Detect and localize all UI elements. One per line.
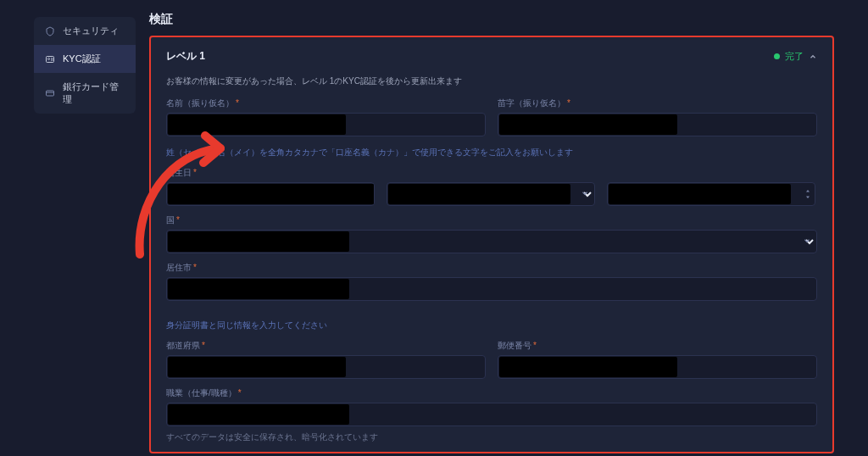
svg-rect-0 bbox=[47, 56, 54, 62]
field-birth-day bbox=[607, 182, 815, 206]
sidebar-item-label: KYC認証 bbox=[63, 53, 101, 65]
field-birth-year bbox=[166, 182, 375, 206]
label-prefecture: 都道府県* bbox=[166, 340, 486, 352]
card-icon bbox=[44, 87, 56, 99]
label-first-name: 名前（振り仮名）* bbox=[166, 97, 486, 109]
sidebar-item-security[interactable]: セキュリティ bbox=[34, 17, 136, 45]
field-last-name: 苗字（振り仮名）* bbox=[498, 97, 817, 136]
name-hint: 姓（セイ）と名（メイ）を全角カタカナで「口座名義（カナ）」で使用できる文字をご記… bbox=[166, 147, 817, 158]
kyc-level1-panel: レベル 1 完了 お客様の情報に変更があった場合、レベル 1のKYC認証を後から… bbox=[149, 36, 834, 453]
chevron-up-icon bbox=[809, 53, 817, 61]
status-label: 完了 bbox=[785, 50, 804, 63]
field-postal: 郵便番号* bbox=[498, 340, 817, 379]
sidebar: セキュリティ KYC認証 銀行カード管理 bbox=[34, 17, 136, 114]
label-postal: 郵便番号* bbox=[498, 340, 817, 352]
sidebar-item-kyc[interactable]: KYC認証 bbox=[34, 45, 136, 73]
field-first-name: 名前（振り仮名）* bbox=[166, 97, 486, 136]
status-dot-icon bbox=[774, 53, 780, 59]
sidebar-item-label: 銀行カード管理 bbox=[63, 81, 125, 106]
chevron-down-icon bbox=[803, 236, 811, 247]
label-city: 居住市* bbox=[166, 262, 817, 274]
field-city: 居住市* bbox=[166, 262, 817, 309]
id-card-icon bbox=[44, 53, 56, 65]
sidebar-item-label: セキュリティ bbox=[63, 25, 119, 37]
panel-header: レベル 1 完了 bbox=[166, 49, 817, 64]
svg-rect-2 bbox=[46, 91, 53, 96]
label-occupation: 職業（仕事/職種）* bbox=[166, 387, 817, 399]
label-last-name: 苗字（振り仮名）* bbox=[498, 97, 817, 109]
sidebar-item-bank-cards[interactable]: 銀行カード管理 bbox=[34, 73, 136, 114]
panel-description: お客様の情報に変更があった場合、レベル 1のKYC認証を後から更新出来ます bbox=[166, 75, 817, 87]
id-hint: 身分証明書と同じ情報を入力してください bbox=[166, 320, 817, 331]
panel-title: レベル 1 bbox=[166, 49, 205, 64]
field-occupation: 職業（仕事/職種）* bbox=[166, 387, 817, 426]
label-birthdate: 誕生日* bbox=[166, 167, 817, 179]
footer-note: すべてのデータは安全に保存され、暗号化されています bbox=[166, 431, 817, 443]
shield-icon bbox=[44, 25, 56, 37]
svg-point-1 bbox=[48, 58, 50, 59]
page-title: 検証 bbox=[149, 12, 834, 27]
field-country: 国* bbox=[166, 214, 817, 262]
status-badge[interactable]: 完了 bbox=[774, 50, 817, 63]
number-stepper-icon[interactable] bbox=[804, 189, 811, 200]
field-birth-month bbox=[387, 182, 595, 206]
chevron-down-icon bbox=[581, 189, 589, 199]
main: 検証 レベル 1 完了 お客様の情報に変更があった場合、レベル 1のKYC認証を… bbox=[149, 10, 834, 456]
label-country: 国* bbox=[166, 214, 817, 226]
field-prefecture: 都道府県* bbox=[166, 340, 486, 379]
